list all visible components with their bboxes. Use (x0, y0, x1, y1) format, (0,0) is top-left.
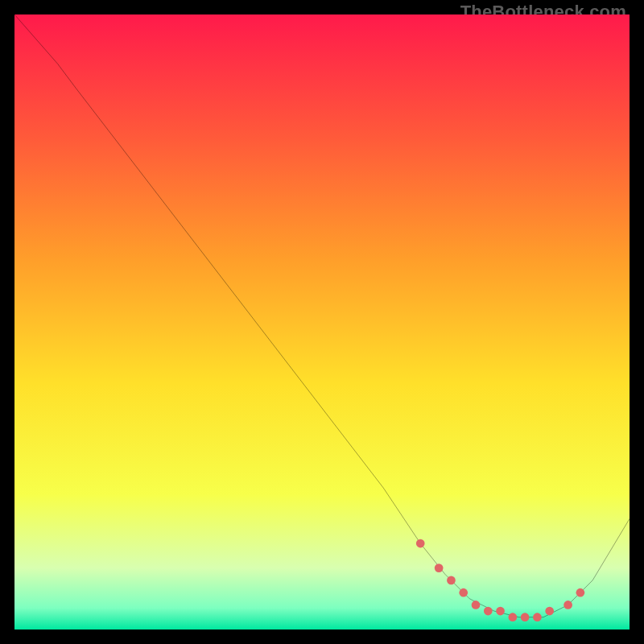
marker-dot (508, 613, 517, 621)
marker-dot (496, 607, 505, 616)
gradient-fill (14, 14, 630, 630)
marker-dot (533, 613, 542, 621)
marker-dot (545, 607, 554, 616)
marker-dot (576, 588, 585, 597)
chart-stage: TheBottleneck.com (0, 0, 644, 644)
marker-dot (459, 588, 468, 597)
bottleneck-chart (14, 14, 630, 630)
marker-dot (416, 539, 425, 548)
marker-dot (564, 601, 572, 609)
marker-dot (447, 576, 456, 585)
marker-dot (484, 607, 493, 616)
marker-dot (521, 613, 530, 621)
marker-dot (472, 601, 481, 609)
marker-dot (435, 564, 444, 572)
